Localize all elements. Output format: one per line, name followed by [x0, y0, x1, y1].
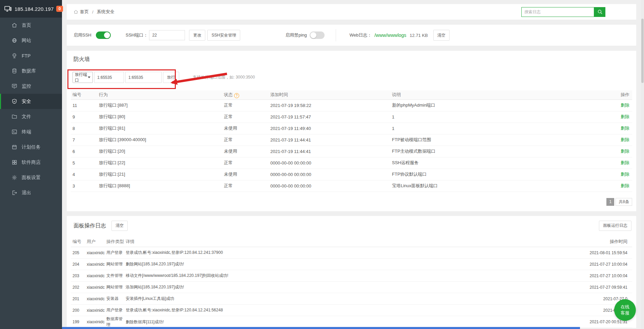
- rule-note: FTP协议默认端口: [390, 169, 608, 180]
- port-range-input[interactable]: [94, 72, 124, 83]
- sidebar-item-settings[interactable]: 面板设置: [0, 170, 62, 185]
- computer-icon: [4, 6, 12, 12]
- calendar-icon: [12, 144, 17, 150]
- weblog-clear-button[interactable]: 清空: [433, 30, 450, 41]
- log-id: 199: [71, 316, 85, 328]
- scrollbar-thumb[interactable]: [641, 19, 644, 83]
- col-id: 编号: [71, 237, 85, 247]
- rule-status: 正常: [222, 111, 269, 123]
- firewall-table-row: 3 放行端口:[8888] 正常 0000-00-00 00:00:00 宝塔L…: [71, 180, 632, 192]
- log-type: 文件管理: [105, 270, 124, 282]
- log-search: [521, 7, 605, 17]
- rule-status: 正常: [222, 100, 269, 111]
- panel-run-log-button[interactable]: 面板运行日志: [599, 221, 631, 231]
- sidebar-item-appstore[interactable]: 软件商店: [0, 155, 62, 170]
- log-type: 数据库管理: [105, 316, 124, 328]
- port-range-input-2[interactable]: [125, 72, 162, 83]
- log-table-row: 201 xiaoxinidc 安装器 安装插件[Linux工具箱]成功 2021…: [71, 293, 632, 305]
- firewall-table-row: 5 放行端口:[22] 正常 0000-00-00 00:00:00 SSH远程…: [71, 157, 632, 169]
- home-icon: [74, 9, 78, 14]
- rule-action: 放行端口:[22]: [97, 157, 222, 169]
- ssh-port-label: SSH端口：: [126, 32, 148, 38]
- log-user: xiaoxinidc: [85, 316, 105, 328]
- delete-link[interactable]: 删除: [621, 137, 629, 142]
- search-button[interactable]: [594, 7, 605, 17]
- log-time: 2021-07-27 10:00:04: [564, 259, 632, 270]
- scrollbar[interactable]: [641, 0, 644, 329]
- log-type: 安装器: [105, 293, 124, 305]
- col-note: 说明: [390, 90, 608, 100]
- delete-link[interactable]: 删除: [621, 103, 629, 108]
- log-time: 2021-07-27 10:00:04: [564, 270, 632, 282]
- sidebar-item-files[interactable]: 文件: [0, 109, 62, 124]
- delete-link[interactable]: 删除: [621, 114, 629, 119]
- rule-added-time: 0000-00-00 00:00:00: [269, 169, 390, 180]
- rule-added-time: 2021-07-19 11:49:40: [269, 123, 390, 134]
- log-clear-button[interactable]: 清空: [111, 221, 128, 231]
- sidebar-item-logout[interactable]: 退出: [0, 185, 62, 200]
- action-select[interactable]: 放行端口: [72, 72, 93, 83]
- delete-link[interactable]: 删除: [621, 160, 629, 165]
- sidebar-item-home[interactable]: 首页: [0, 18, 62, 33]
- change-port-button[interactable]: 更改: [189, 30, 205, 41]
- rule-note: FTP主动模式数据端口: [390, 146, 608, 157]
- ping-toggle[interactable]: [310, 31, 325, 39]
- log-detail: 删除网站[185.184.220.197]成功!: [124, 259, 564, 270]
- panel-log-table: 编号 用户 操作类型 详情 操作时间 205 xiaoxinidc 用户登录 登…: [71, 237, 632, 328]
- help-icon[interactable]: ?: [234, 93, 239, 98]
- log-table-row: 204 xiaoxinidc 网站管理 删除网站[185.184.220.197…: [71, 259, 632, 270]
- sidebar-item-security[interactable]: 安全: [0, 94, 62, 109]
- rule-id: 4: [71, 169, 97, 180]
- breadcrumb-separator: /: [92, 9, 94, 15]
- sidebar-item-terminal[interactable]: 终端: [0, 124, 62, 139]
- online-support-badge[interactable]: 在线 客服: [614, 299, 636, 321]
- log-user: xiaoxinidc: [85, 305, 105, 316]
- logout-icon: [12, 190, 17, 196]
- breadcrumb: 首页 / 系统安全: [74, 9, 115, 15]
- delete-link[interactable]: 删除: [621, 172, 629, 177]
- main-content: 首页 / 系统安全 启用SSH SSH端口： 更改 SSH安全管理 启用禁pin…: [62, 0, 644, 328]
- log-detail: 安装插件[Linux工具箱]成功: [124, 293, 564, 305]
- firewall-section: 防火墙 放行端口 放行 支持放行端口范围，如: 3000:3500: [67, 51, 636, 211]
- appstore-grid-icon: [12, 159, 17, 165]
- sidebar-item-label: 首页: [22, 22, 31, 28]
- log-user: xiaoxinidc: [85, 270, 105, 282]
- message-count-badge[interactable]: 0: [56, 6, 63, 12]
- ssh-toggle[interactable]: [96, 31, 111, 39]
- sidebar-item-ftp[interactable]: FTP: [0, 48, 62, 63]
- sidebar-item-website[interactable]: 网站: [0, 33, 62, 48]
- firewall-table-row: 6 放行端口:[20] 未使用 2021-07-19 11:44:41 FTP主…: [71, 146, 632, 157]
- ssh-port-input[interactable]: [149, 30, 185, 40]
- sidebar-item-label: 数据库: [22, 68, 36, 74]
- firewall-add-form: 放行端口 放行 支持放行端口范围，如: 3000:3500: [72, 72, 632, 83]
- log-table-row: 203 xiaoxinidc 文件管理 移动文件[/www/wwwroot/18…: [71, 270, 632, 282]
- log-detail: 登录成功,帐号:xiaoxinidc,登录IP:120.84.12.241:37…: [124, 247, 564, 259]
- folder-icon: [12, 114, 17, 119]
- enable-ssh-label: 启用SSH: [74, 32, 91, 38]
- weblog-path-link[interactable]: /www/wwwlogs: [374, 32, 406, 38]
- col-op: 操作: [608, 90, 632, 100]
- panel-log-header: 面板操作日志 清空 面板运行日志: [71, 221, 632, 231]
- sidebar-item-label: 终端: [22, 129, 31, 135]
- delete-link[interactable]: 删除: [621, 126, 629, 131]
- log-user: xiaoxinidc: [85, 259, 105, 270]
- col-time: 添加时间: [269, 90, 390, 100]
- search-input[interactable]: [521, 7, 594, 17]
- rule-id: 11: [71, 100, 97, 111]
- col-user: 用户: [85, 237, 105, 247]
- sidebar-item-label: 面板设置: [22, 175, 41, 181]
- delete-link[interactable]: 删除: [621, 183, 629, 188]
- rule-id: 3: [71, 180, 97, 192]
- sidebar-item-database[interactable]: 数据库: [0, 63, 62, 79]
- sidebar-item-monitor[interactable]: 监控: [0, 79, 62, 94]
- breadcrumb-home[interactable]: 首页: [80, 9, 89, 15]
- ssh-security-button[interactable]: SSH安全管理: [207, 30, 240, 41]
- sidebar-item-cron[interactable]: 计划任务: [0, 139, 62, 155]
- firewall-table-row: 8 放行端口:[81] 未使用 2021-07-19 11:49:40 1 删除: [71, 123, 632, 134]
- allow-port-button[interactable]: 放行: [163, 72, 179, 83]
- bottom-window-edge: [62, 327, 580, 329]
- page-number[interactable]: 1: [606, 198, 614, 206]
- delete-link[interactable]: 删除: [621, 149, 629, 154]
- col-detail: 详情: [124, 237, 564, 247]
- rule-added-time: 2021-07-19 11:44:41: [269, 134, 390, 146]
